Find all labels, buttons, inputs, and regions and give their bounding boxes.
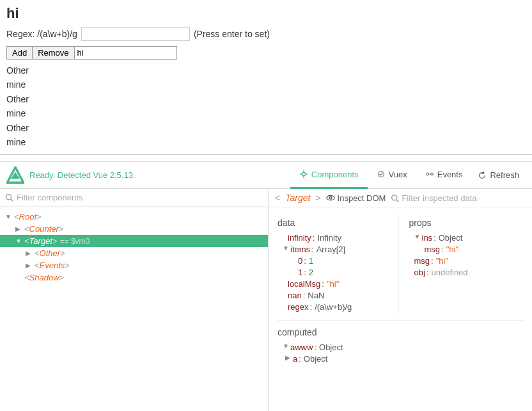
list-item: mine [6, 106, 526, 120]
buttons-row: Add Remove [6, 46, 526, 60]
remove-input[interactable] [75, 46, 177, 60]
regex-hint: (Press enter to set) [194, 29, 270, 39]
remove-button[interactable]: Remove [33, 46, 74, 60]
regex-input[interactable] [81, 27, 190, 41]
list-item: mine [6, 135, 526, 149]
list-item: Other [6, 92, 526, 106]
app-area: hi Regex: /(a\w+b)/g (Press enter to set… [0, 0, 532, 155]
list-item: mine [6, 77, 526, 92]
list-area: OthermineOthermineOthermine [6, 63, 526, 149]
add-button[interactable]: Add [6, 46, 33, 60]
regex-row: Regex: /(a\w+b)/g (Press enter to set) [6, 27, 526, 41]
list-item: Other [6, 121, 526, 135]
regex-label: Regex: /(a\w+b)/g [6, 29, 77, 39]
list-item: Other [6, 63, 526, 77]
page-title: hi [6, 5, 526, 22]
